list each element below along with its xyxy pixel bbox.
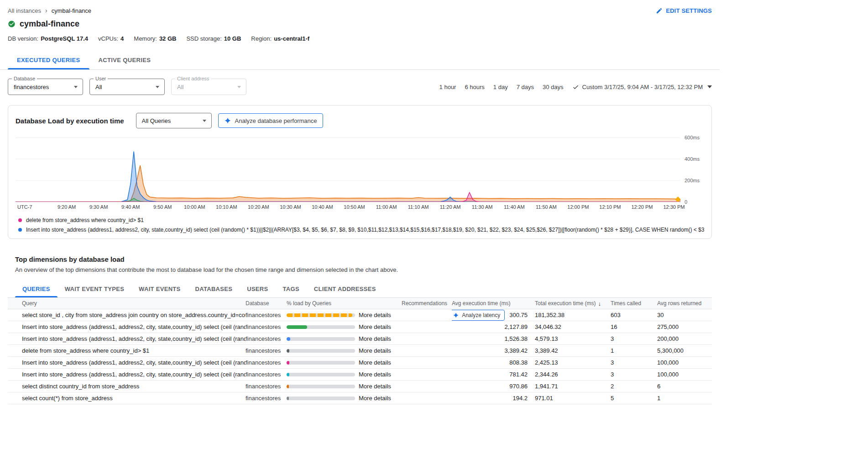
breadcrumb: All instances › cymbal-finance: [8, 7, 91, 14]
column-header-load-by-queries[interactable]: % load by Queries: [287, 300, 402, 307]
load-bar: [287, 397, 355, 400]
legend-item[interactable]: delete from store_address where country_…: [18, 217, 704, 223]
table-row: select count(*) from store_address finan…: [8, 392, 712, 404]
column-header-recommendations[interactable]: Recommendations: [402, 300, 452, 307]
breadcrumb-all-instances[interactable]: All instances: [8, 7, 41, 14]
more-details-link[interactable]: More details: [359, 395, 391, 402]
total-execution-cell: 34,046.32: [535, 323, 611, 330]
database-load-chart[interactable]: [16, 138, 680, 202]
check-icon: [572, 84, 579, 90]
column-header-query[interactable]: Query: [8, 300, 246, 307]
times-called-cell: 1: [611, 347, 657, 354]
query-cell[interactable]: Insert into store_address (address1, add…: [8, 371, 246, 378]
analyze-database-performance-button[interactable]: Analyze database performance: [218, 113, 323, 128]
query-cell[interactable]: Insert into store_address (address1, add…: [8, 323, 246, 330]
avg-execution-cell: 3,389.42: [452, 347, 535, 354]
tab-executed-queries[interactable]: EXECUTED QUERIES: [8, 51, 89, 69]
avg-rows-cell: 275,000: [657, 323, 712, 330]
main-tab-bar: EXECUTED QUERIESACTIVE QUERIES: [0, 51, 720, 70]
dimension-tab-queries[interactable]: QUERIES: [15, 281, 58, 297]
column-header-times-called[interactable]: Times called: [611, 300, 657, 307]
column-header-total-execution-time-ms[interactable]: Total execution time (ms)↓: [535, 300, 611, 307]
time-range-1-day[interactable]: 1 day: [493, 84, 508, 90]
tab-active-queries[interactable]: ACTIVE QUERIES: [89, 51, 160, 69]
load-bar: [287, 349, 355, 353]
edit-settings-button[interactable]: EDIT SETTINGS: [656, 7, 712, 14]
dimension-tab-wait-event-types[interactable]: WAIT EVENT TYPES: [58, 281, 131, 297]
dimension-tab-wait-events[interactable]: WAIT EVENTS: [131, 281, 188, 297]
avg-execution-cell: 194.2: [452, 395, 535, 402]
page-title: cymbal-finance: [20, 19, 79, 29]
dimension-tab-users[interactable]: USERS: [240, 281, 275, 297]
query-cell[interactable]: delete from store_address where country_…: [8, 347, 246, 354]
table-header-row: QueryDatabase% load by QueriesRecommenda…: [8, 298, 712, 309]
analyze-latency-label: Analyze latency: [462, 312, 500, 318]
chevron-right-icon: ›: [45, 7, 47, 14]
dimension-tab-tags[interactable]: TAGS: [276, 281, 307, 297]
table-row: Insert into store_address (address1, add…: [8, 333, 712, 345]
avg-execution-value: 2,127.89: [504, 323, 528, 330]
legend-label: Insert into store_address (address1, add…: [26, 227, 704, 233]
query-cell[interactable]: select count(*) from store_address: [8, 395, 246, 402]
total-execution-cell: 3,389.42: [535, 347, 611, 354]
query-cell[interactable]: Insert into store_address (address1, add…: [8, 359, 246, 366]
table-row: Insert into store_address (address1, add…: [8, 357, 712, 369]
avg-execution-value: 1,526.38: [504, 335, 528, 342]
analyze-latency-button[interactable]: Analyze latency: [452, 310, 505, 321]
select-value: All: [95, 84, 102, 90]
chevron-down-icon: [156, 86, 159, 88]
x-axis-label: 12:00 PM: [567, 204, 589, 210]
database-cell: financestores: [246, 335, 287, 342]
more-details-link[interactable]: More details: [359, 371, 391, 378]
dimensions-table: QueryDatabase% load by QueriesRecommenda…: [8, 298, 712, 404]
status-healthy-icon: [8, 20, 16, 28]
database-cell: financestores: [246, 371, 287, 378]
time-range-7-days[interactable]: 7 days: [517, 84, 534, 90]
time-range-custom-button[interactable]: Custom 3/17/25, 9:04 AM - 3/17/25, 12:32…: [572, 84, 712, 90]
times-called-cell: 2: [611, 383, 657, 390]
avg-rows-cell: 100,000: [657, 359, 712, 366]
time-range-1-hour[interactable]: 1 hour: [439, 84, 456, 90]
user-select[interactable]: User All: [89, 79, 165, 95]
total-execution-cell: 4,579.13: [535, 335, 611, 342]
filters-row: Database financestores User All Client a…: [0, 70, 720, 95]
query-cell[interactable]: Insert into store_address (address1, add…: [8, 335, 246, 342]
select-label: Database: [12, 76, 37, 81]
load-cell: More details: [287, 335, 402, 342]
table-row: select distinct country_id from store_ad…: [8, 381, 712, 392]
time-range-6-hours[interactable]: 6 hours: [465, 84, 484, 90]
load-area-chart[interactable]: [16, 138, 680, 202]
column-header-avg-rows-returned[interactable]: Avg rows returned: [657, 300, 712, 307]
instance-meta-region: Region:us-central1-f: [251, 35, 309, 42]
query-cell[interactable]: select distinct country_id from store_ad…: [8, 383, 246, 390]
dimension-tab-client-addresses[interactable]: CLIENT ADDRESSES: [307, 281, 383, 297]
more-details-link[interactable]: More details: [359, 359, 391, 366]
more-details-link[interactable]: More details: [359, 323, 391, 330]
legend-dot-icon: [18, 228, 22, 232]
legend-item[interactable]: Insert into store_address (address1, add…: [18, 227, 704, 233]
column-header-avg-execution-time-ms[interactable]: Avg execution time (ms): [452, 300, 535, 307]
dimension-tab-databases[interactable]: DATABASES: [188, 281, 240, 297]
x-axis-label: 9:40 AM: [121, 204, 140, 210]
y-axis-label: 400ms: [685, 156, 700, 162]
table-row: select store_id , city from store_addres…: [8, 309, 712, 321]
more-details-link[interactable]: More details: [359, 335, 391, 342]
times-called-cell: 5: [611, 395, 657, 402]
y-axis-label: 0: [685, 199, 687, 205]
query-cell[interactable]: select store_id , city from store_addres…: [8, 312, 246, 318]
times-called-cell: 3: [611, 371, 657, 378]
more-details-link[interactable]: More details: [359, 383, 391, 390]
y-axis-label: 200ms: [685, 178, 700, 183]
load-cell: More details: [287, 323, 402, 330]
query-filter-select[interactable]: All Queries: [136, 113, 212, 128]
column-header-database[interactable]: Database: [246, 300, 287, 307]
load-bar: [287, 373, 355, 376]
database-select[interactable]: Database financestores: [8, 79, 83, 95]
instance-title-row: cymbal-finance: [0, 14, 720, 29]
more-details-link[interactable]: More details: [359, 347, 391, 354]
x-axis-label: 9:30 AM: [89, 204, 108, 210]
chevron-down-icon: [237, 86, 241, 88]
avg-rows-cell: 5,300,000: [657, 347, 712, 354]
time-range-30-days[interactable]: 30 days: [543, 84, 564, 90]
more-details-link[interactable]: More details: [359, 312, 391, 318]
